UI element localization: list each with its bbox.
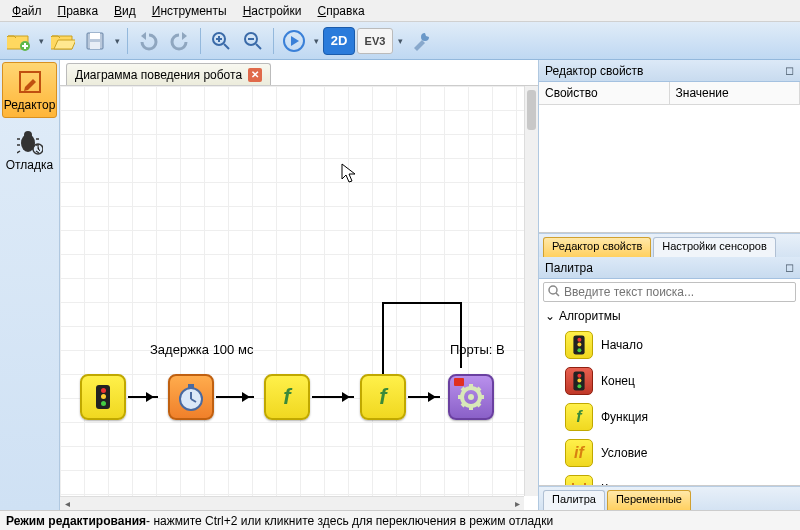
zoom-out-button[interactable] xyxy=(238,26,268,56)
vertical-scrollbar[interactable] xyxy=(524,86,538,496)
search-input[interactable] xyxy=(564,285,791,299)
palette-panel: Палитра ◻ ⌄ Алгоритмы Начало xyxy=(539,257,800,510)
menu-settings[interactable]: Настройки xyxy=(235,1,310,21)
panel-title: Редактор свойств xyxy=(545,64,643,78)
gear-icon xyxy=(456,382,486,412)
function-block[interactable]: f xyxy=(360,374,406,420)
motor-block[interactable] xyxy=(448,374,494,420)
diagram-canvas[interactable]: Задержка 100 мс Порты: B f f xyxy=(60,86,524,496)
run-dropdown[interactable]: ▾ xyxy=(311,36,321,46)
block-label-delay: Задержка 100 мс xyxy=(150,342,253,357)
svg-point-15 xyxy=(549,286,557,294)
document-tab[interactable]: Диаграмма поведения робота ✕ xyxy=(66,63,271,85)
toolbar-separator xyxy=(273,28,274,54)
menu-edit[interactable]: Правка xyxy=(50,1,107,21)
tab-variables[interactable]: Переменные xyxy=(607,490,691,510)
clock-icon xyxy=(176,382,206,412)
save-dropdown[interactable]: ▾ xyxy=(112,36,122,46)
menu-tools[interactable]: Инструменты xyxy=(144,1,235,21)
new-button[interactable] xyxy=(4,26,34,56)
palette-tree: ⌄ Алгоритмы Начало Конец f Функция if xyxy=(539,305,800,486)
status-bar[interactable]: Режим редактирования - нажмите Ctrl+2 ил… xyxy=(0,510,800,530)
if-icon: if xyxy=(565,439,593,467)
menu-help[interactable]: Справка xyxy=(309,1,372,21)
palette-item-end[interactable]: Конец xyxy=(539,363,800,399)
function-block[interactable]: f xyxy=(264,374,310,420)
block-label-ports: Порты: B xyxy=(450,342,505,357)
panel-title: Палитра xyxy=(545,261,593,275)
horizontal-scrollbar[interactable]: ◂▸ xyxy=(60,496,524,510)
status-mode: Режим редактирования xyxy=(6,514,146,528)
palette-item-function[interactable]: f Функция xyxy=(539,399,800,435)
end-icon xyxy=(565,367,593,395)
open-button[interactable] xyxy=(48,26,78,56)
run-button[interactable] xyxy=(279,26,309,56)
sidebar-editor[interactable]: Редактор xyxy=(2,62,57,118)
menu-view[interactable]: Вид xyxy=(106,1,144,21)
column-header-value: Значение xyxy=(670,82,801,104)
menu-file[interactable]: Файл xyxy=(4,1,50,21)
tab-sensor-settings[interactable]: Настройки сенсоров xyxy=(653,237,776,257)
port-indicator-icon xyxy=(454,378,464,386)
palette-search[interactable] xyxy=(543,282,796,302)
new-dropdown[interactable]: ▾ xyxy=(36,36,46,46)
tab-palette[interactable]: Палитра xyxy=(543,490,605,510)
chevron-down-icon: ⌄ xyxy=(545,309,555,323)
mode-2d-button[interactable]: 2D xyxy=(323,27,355,55)
pin-icon[interactable]: ◻ xyxy=(785,261,794,274)
platform-ev3-button[interactable]: EV3 xyxy=(357,28,393,54)
svg-rect-12 xyxy=(188,384,194,388)
redo-button[interactable] xyxy=(165,26,195,56)
undo-button[interactable] xyxy=(133,26,163,56)
connector xyxy=(408,396,440,398)
sidebar-debug[interactable]: Отладка xyxy=(2,122,57,178)
connector xyxy=(382,302,462,304)
palette-item-start[interactable]: Начало xyxy=(539,327,800,363)
palette-item-if[interactable]: if Условие xyxy=(539,435,800,471)
settings-tools-button[interactable] xyxy=(407,26,437,56)
mode-sidebar: Редактор Отладка xyxy=(0,60,60,510)
toolbar-separator xyxy=(127,28,128,54)
status-hint: - нажмите Ctrl+2 или кликните здесь для … xyxy=(146,514,553,528)
start-icon xyxy=(565,331,593,359)
menu-bar: Файл Правка Вид Инструменты Настройки Сп… xyxy=(0,0,800,22)
tab-property-editor[interactable]: Редактор свойств xyxy=(543,237,651,257)
column-header-property: Свойство xyxy=(539,82,670,104)
edit-icon xyxy=(16,68,44,96)
pin-icon[interactable]: ◻ xyxy=(785,64,794,77)
endif-icon xyxy=(565,475,593,486)
properties-grid[interactable]: Свойство Значение xyxy=(539,82,800,233)
platform-dropdown[interactable]: ▾ xyxy=(395,36,405,46)
connector xyxy=(312,396,354,398)
svg-point-9 xyxy=(24,131,32,139)
bug-icon xyxy=(16,128,44,156)
connector xyxy=(128,396,158,398)
connector xyxy=(216,396,254,398)
tab-title: Диаграмма поведения робота xyxy=(75,68,242,82)
palette-item-endif[interactable]: Конец условия xyxy=(539,471,800,486)
function-icon: f xyxy=(565,403,593,431)
start-block[interactable] xyxy=(80,374,126,420)
zoom-in-button[interactable] xyxy=(206,26,236,56)
connector xyxy=(460,302,462,368)
save-button[interactable] xyxy=(80,26,110,56)
cursor-icon xyxy=(341,163,357,188)
properties-panel: Редактор свойств ◻ Свойство Значение Ред… xyxy=(539,60,800,257)
svg-rect-2 xyxy=(90,33,100,39)
close-icon[interactable]: ✕ xyxy=(248,68,262,82)
sidebar-label: Редактор xyxy=(4,98,56,112)
svg-point-14 xyxy=(468,394,474,400)
document-tabbar: Диаграмма поведения робота ✕ xyxy=(60,60,538,86)
timer-block[interactable] xyxy=(168,374,214,420)
search-icon xyxy=(548,285,560,300)
sidebar-label: Отладка xyxy=(6,158,53,172)
tree-category-algorithms[interactable]: ⌄ Алгоритмы xyxy=(539,305,800,327)
toolbar: ▾ ▾ ▾ 2D EV3 ▾ xyxy=(0,22,800,60)
traffic-icon xyxy=(96,385,110,409)
toolbar-separator xyxy=(200,28,201,54)
svg-rect-3 xyxy=(90,42,100,49)
